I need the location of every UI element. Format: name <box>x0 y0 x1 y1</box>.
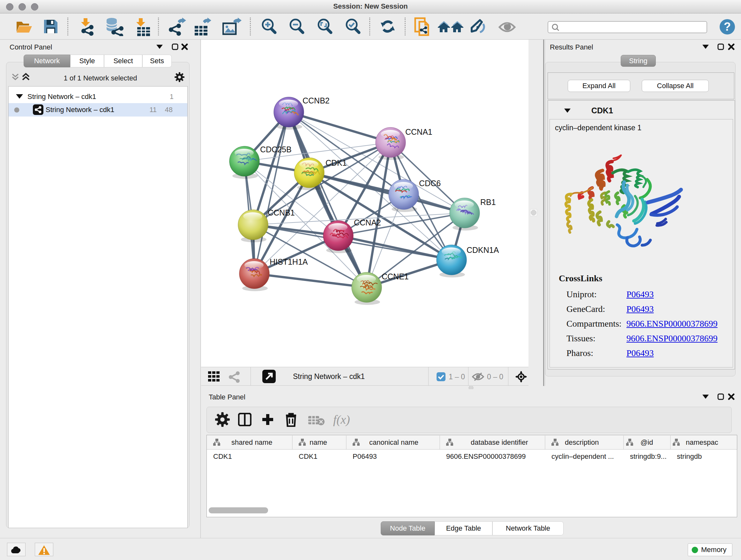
svg-text:@id: @id <box>641 438 653 446</box>
svg-text:CCNB1: CCNB1 <box>268 208 295 217</box>
svg-text:shared name: shared name <box>231 438 272 446</box>
svg-text:P06493: P06493 <box>353 452 377 460</box>
svg-text:cyclin–dependent ...: cyclin–dependent ... <box>551 452 614 460</box>
svg-text:9606.ENSP00000378699: 9606.ENSP00000378699 <box>446 452 526 460</box>
svg-text:CCNA1: CCNA1 <box>405 127 432 136</box>
svg-text:CCNA2: CCNA2 <box>354 218 381 227</box>
svg-text:namespac: namespac <box>686 438 718 446</box>
svg-text:description: description <box>565 438 599 446</box>
svg-text:CCNB2: CCNB2 <box>302 96 330 105</box>
svg-text:CDC6: CDC6 <box>419 179 441 188</box>
svg-text:canonical name: canonical name <box>369 438 418 446</box>
svg-text:CCNE1: CCNE1 <box>382 272 409 281</box>
svg-text:name: name <box>310 438 327 446</box>
svg-text:RB1: RB1 <box>480 198 496 206</box>
svg-text:stringdb:9...: stringdb:9... <box>630 452 667 460</box>
svg-text:database identifier: database identifier <box>471 438 528 446</box>
svg-text:?: ? <box>724 20 731 33</box>
svg-text:CDC25B: CDC25B <box>260 145 292 154</box>
svg-text:CDK1: CDK1 <box>326 159 347 167</box>
svg-text:HIST1H1A: HIST1H1A <box>270 257 308 266</box>
svg-text:CDK1: CDK1 <box>213 452 232 460</box>
svg-text:stringdb: stringdb <box>677 452 702 460</box>
svg-text:CDKN1A: CDKN1A <box>467 246 499 254</box>
svg-text:CDK1: CDK1 <box>299 452 318 460</box>
